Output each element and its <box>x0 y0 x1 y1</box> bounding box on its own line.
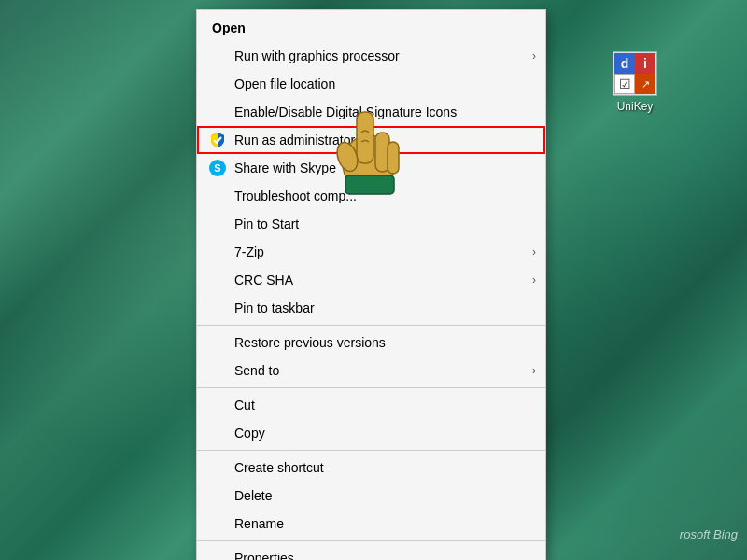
menu-item-run-as-admin[interactable]: Run as administrator <box>197 126 545 154</box>
separator-3 <box>197 450 545 451</box>
menu-item-share-skype[interactable]: S Share with Skype <box>197 154 545 182</box>
menu-item-7zip[interactable]: 7-Zip › <box>197 238 545 266</box>
menu-item-enable-disable-signature[interactable]: Enable/Disable Digital Signature Icons <box>197 98 545 126</box>
separator-4 <box>197 540 545 541</box>
menu-item-cut[interactable]: Cut <box>197 391 545 419</box>
shield-icon <box>208 131 227 149</box>
menu-item-pin-to-start[interactable]: Pin to Start <box>197 210 545 238</box>
unikey-desktop-icon[interactable]: d i ☑ ↗ UniKey <box>602 51 668 113</box>
unikey-label: UniKey <box>617 100 654 113</box>
submenu-arrow-crc-icon: › <box>532 273 536 287</box>
menu-item-rename[interactable]: Rename <box>197 510 545 538</box>
menu-item-copy[interactable]: Copy <box>197 419 545 447</box>
separator-1 <box>197 325 545 326</box>
menu-item-properties[interactable]: Properties <box>197 544 545 560</box>
desktop: d i ☑ ↗ UniKey rosoft Bing Open Run with… <box>0 0 747 560</box>
separator-2 <box>197 387 545 388</box>
menu-item-send-to[interactable]: Send to › <box>197 357 545 385</box>
submenu-arrow-7zip-icon: › <box>532 245 536 259</box>
menu-item-delete[interactable]: Delete <box>197 482 545 510</box>
context-menu: Open Run with graphics processor › Open … <box>196 9 546 560</box>
submenu-arrow-icon: › <box>532 49 536 63</box>
submenu-arrow-sendto-icon: › <box>532 364 536 377</box>
menu-item-pin-taskbar[interactable]: Pin to taskbar <box>197 294 545 322</box>
menu-item-crc-sha[interactable]: CRC SHA › <box>197 266 545 294</box>
bing-watermark: rosoft Bing <box>680 527 738 541</box>
skype-icon: S <box>208 159 227 177</box>
menu-item-create-shortcut[interactable]: Create shortcut <box>197 454 545 482</box>
menu-item-troubleshoot[interactable]: Troubleshoot comp... <box>197 182 545 210</box>
menu-item-run-with-graphics[interactable]: Run with graphics processor › <box>197 42 545 70</box>
unikey-icon: d i ☑ ↗ <box>613 51 657 96</box>
menu-item-open: Open <box>197 14 545 42</box>
menu-item-restore-versions[interactable]: Restore previous versions <box>197 329 545 357</box>
menu-item-open-file-location[interactable]: Open file location <box>197 70 545 98</box>
